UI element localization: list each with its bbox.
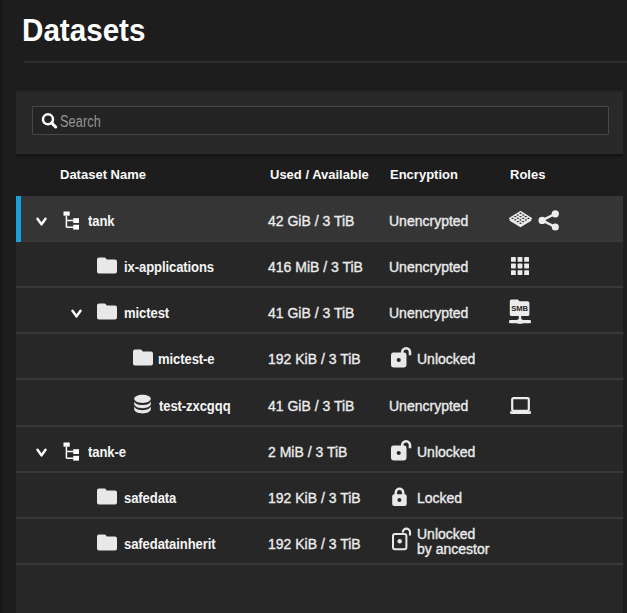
svg-text:SMB: SMB (511, 304, 528, 313)
